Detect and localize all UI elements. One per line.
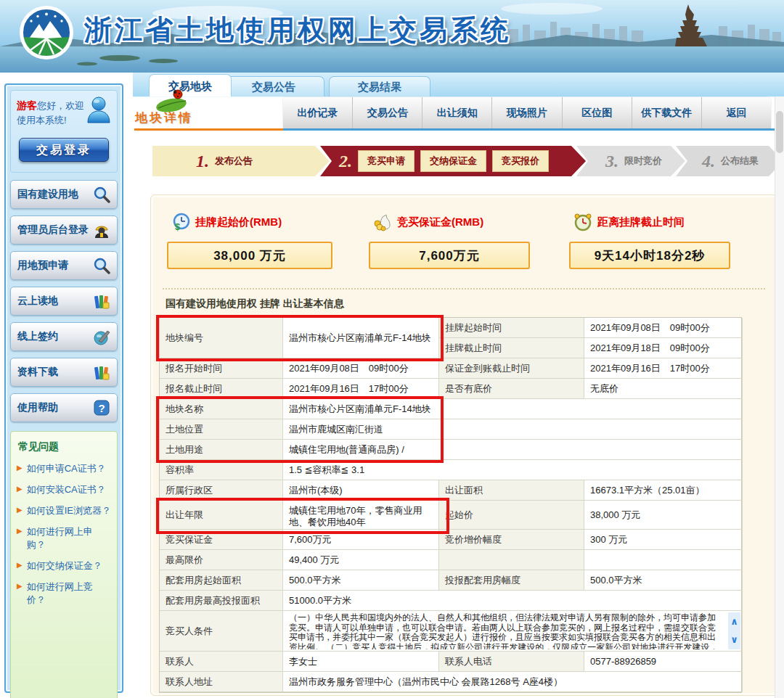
table-value-cell: 温州市政务服务管理中心（温州市民中心 会展路1268号 A座4楼） <box>283 672 743 692</box>
nav-announcement-button[interactable]: 交易公告 <box>352 97 422 128</box>
nav-download-files-button[interactable]: 供下载文件 <box>632 97 701 128</box>
svg-text:$: $ <box>175 221 181 231</box>
mountain-emblem-icon <box>19 5 74 60</box>
table-label-cell: 报名开始时间 <box>160 358 283 379</box>
nav-site-photos-button[interactable]: 现场照片 <box>491 97 561 128</box>
bidder-conditions-text: （一）中华人民共和国境内外的法人、自然人和其他组织，但法律法规对申请人另有限制的… <box>289 613 723 649</box>
table-value-cell: 2021年09月18日 09时00分 <box>584 338 743 358</box>
nav-location-map-button[interactable]: 区位图 <box>562 97 632 128</box>
table-value-cell: 7,600万元 <box>283 530 439 550</box>
svg-text:?: ? <box>98 402 105 414</box>
table-label-cell: 土地位置 <box>160 419 283 440</box>
table-value-cell: 49,400 万元 <box>283 550 439 570</box>
books-icon <box>93 292 110 310</box>
table-label-cell: 最高限价 <box>160 550 283 570</box>
table-label-cell: 地块名称 <box>160 399 283 419</box>
table-value-cell: 城镇住宅用地70年，零售商业用地、餐饮用地40年 <box>283 501 439 530</box>
faq-link-online-bidding[interactable]: ▶如何进行网上竞价？ <box>17 580 111 607</box>
plot-info-panel: $ 挂牌起始价(RMB) 38,000 万元 竞买保证金(RMB) 7,600万… <box>150 194 780 696</box>
tab-trade-announcements[interactable]: 交易公告 <box>223 76 324 97</box>
step-4-results: 4. 公布结果 <box>676 146 783 176</box>
table-value-cell: 300 万元 <box>584 530 743 550</box>
table-label-cell: 配套用房最高投报面积 <box>160 591 283 611</box>
table-value-cell: 城镇住宅用地(普通商品房) / <box>283 440 743 460</box>
progress-steps: 1. 发布公告 2. 竞买申请 交纳保证金 竞买报价 3. 限时竞价 4. 公布… <box>152 146 783 176</box>
table-label-cell: 联系人 <box>160 652 283 672</box>
sidebar: 游客您好，欢迎 使用本系统! 交易登录 国有建设用地 管理员后台登录 用地预申请 <box>4 83 123 693</box>
pay-deposit-button[interactable]: 交纳保证金 <box>420 150 486 172</box>
sidebar-item-online-signing[interactable]: 线上签约 <box>10 322 118 351</box>
table-label-cell: 竞买人条件 <box>160 611 283 652</box>
nav-underline <box>283 128 784 131</box>
table-value-cell: 温州市核心片区南浦单元F-14地块 <box>283 399 743 419</box>
table-label-cell: 保证金到账截止时间 <box>439 358 584 379</box>
table-label-cell: 起始价 <box>439 501 584 530</box>
basic-info-section-title: 国有建设用地使用权 挂牌 出让基本信息 <box>166 297 344 311</box>
faq-link-install-ca[interactable]: ▶如何安装CA证书？ <box>17 483 111 496</box>
table-value-cell: 16673.1平方米（25.01亩） <box>584 480 743 501</box>
money-bag-icon <box>373 213 392 231</box>
faq-title: 常见问题 <box>18 440 111 453</box>
app-title: 浙江省土地使用权网上交易系统 <box>84 12 511 49</box>
sidebar-item-help[interactable]: 使用帮助 ? <box>10 393 118 422</box>
scroll-up-icon[interactable]: ∧ <box>730 618 738 625</box>
table-value-cell: 2021年09月08日 09时00分 <box>584 318 743 338</box>
alarm-clock-icon <box>573 213 592 231</box>
table-label-cell: 竞买保证金 <box>160 530 283 550</box>
faq-link-pay-deposit[interactable]: ▶如何交纳保证金？ <box>17 559 111 572</box>
scroll-down-icon[interactable]: ∨ <box>730 636 738 644</box>
table-value-cell: 1.5 ≦容积率≦ 3.1 <box>283 460 743 480</box>
table-label-cell: 报名截止时间 <box>160 379 283 399</box>
nav-back-button[interactable]: 返回 <box>701 97 771 128</box>
table-value-cell: 0577-88926859 <box>584 652 743 672</box>
title-underline <box>134 128 283 131</box>
table-value-cell: 温州市(本级) <box>283 480 439 501</box>
table-value-cell: 无底价 <box>584 379 743 399</box>
leaf-ladybug-icon <box>154 86 195 114</box>
trade-login-button[interactable]: 交易登录 <box>19 138 109 162</box>
faq-panel: 常见问题 ▶如何申请CA证书？ ▶如何安装CA证书？ ▶如何设置IE浏览器？ ▶… <box>10 431 118 698</box>
metric-start-price: $ 挂牌起始价(RMB) 38,000 万元 <box>167 213 332 269</box>
sign-pen-icon <box>93 328 110 345</box>
faq-link-ie-settings[interactable]: ▶如何设置IE浏览器？ <box>17 504 111 517</box>
sidebar-item-land-pre-application[interactable]: 用地预申请 <box>10 251 118 280</box>
bullet-arrow-icon: ▶ <box>17 462 23 474</box>
app-root: 浙江省土地使用权网上交易系统 交易地块 交易公告 交易结果 游客您好，欢迎 使用… <box>0 0 784 698</box>
nav-bid-records-button[interactable]: 出价记录 <box>283 97 352 128</box>
user-greeting-box: 游客您好，欢迎 使用本系统! 交易登录 <box>10 90 118 173</box>
table-value-cell: 38,000 万元 <box>584 501 743 530</box>
table-label-cell: 竞价增价幅度 <box>439 530 584 550</box>
faq-link-online-purchase[interactable]: ▶如何进行网上申购？ <box>17 525 111 551</box>
table-value-cell: 2021年09月16日 17时00分 <box>283 379 439 399</box>
bidder-conditions-cell: （一）中华人民共和国境内外的法人、自然人和其他组织，但法律法规对申请人另有限制的… <box>283 611 743 652</box>
detail-nav-bar: 出价记录 交易公告 出让须知 现场照片 区位图 供下载文件 返回 <box>283 97 771 128</box>
main-tab-bar: 交易地块 交易公告 交易结果 <box>133 73 784 97</box>
user-avatar-icon <box>85 95 113 124</box>
plot-info-table: 地块编号 温州市核心片区南浦单元F-14地块 挂牌起始时间 2021年09月08… <box>159 317 742 693</box>
tab-trade-results[interactable]: 交易结果 <box>329 76 430 97</box>
page-scrollbar[interactable] <box>775 97 784 698</box>
countdown-value: 9天14小时18分2秒 <box>569 242 730 269</box>
app-header: 浙江省土地使用权网上交易系统 <box>0 0 784 73</box>
table-value-cell: 温州市核心片区南浦单元F-14地块 <box>283 318 439 358</box>
page-scrollbar-thumb[interactable] <box>776 111 783 153</box>
sidebar-item-admin-login[interactable]: 管理员后台登录 <box>10 215 118 245</box>
table-label-cell: 土地用途 <box>160 440 283 460</box>
bid-offer-button[interactable]: 竞买报价 <box>492 150 549 172</box>
bullet-arrow-icon: ▶ <box>17 580 23 592</box>
table-value-cell: 温州市鹿城区南汇街道 <box>283 419 743 440</box>
guest-label: 游客 <box>17 99 37 111</box>
sidebar-item-downloads[interactable]: 资料下载 <box>10 358 118 387</box>
faq-link-apply-ca[interactable]: ▶如何申请CA证书？ <box>17 462 111 475</box>
sidebar-item-state-owned-land[interactable]: 国有建设用地 <box>10 180 118 209</box>
metric-bid-deposit: 竞买保证金(RMB) 7,600万元 <box>369 213 530 269</box>
table-label-cell: 出让面积 <box>439 480 584 501</box>
sidebar-item-cloud-land-reading[interactable]: 云上读地 <box>10 287 118 316</box>
nav-transfer-notice-button[interactable]: 出让须知 <box>422 97 491 128</box>
bullet-arrow-icon: ▶ <box>17 559 23 571</box>
bid-application-button[interactable]: 竞买申请 <box>358 150 415 172</box>
table-value-cell: 500.0平方米 <box>584 570 743 591</box>
cell-scrollbar[interactable]: ∧ ∨ <box>728 612 740 649</box>
table-label-cell: 配套用房起始面积 <box>160 570 283 591</box>
table-label-cell: 联系人地址 <box>160 672 283 692</box>
